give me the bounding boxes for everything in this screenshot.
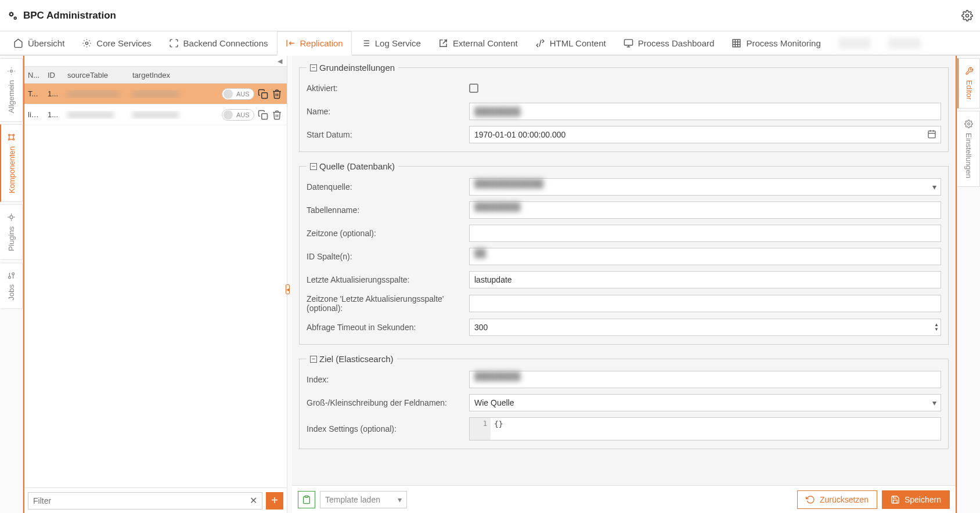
input-name[interactable]: ████████	[469, 103, 941, 120]
collapse-icon[interactable]: −	[310, 356, 317, 363]
toggle-active[interactable]: AUS	[222, 109, 254, 121]
input-letzte-aktualisierung[interactable]	[469, 271, 941, 288]
chevron-down-icon[interactable]: ▾	[932, 182, 936, 192]
input-zeitzone-letzte[interactable]	[469, 295, 941, 312]
label-idspalten: ID Spalte(n):	[307, 252, 469, 261]
button-label: Speichern	[905, 495, 941, 504]
vertical-tabs-right: Editor Einstellungen	[957, 56, 980, 513]
splitter[interactable]	[287, 56, 292, 513]
vtab-plugins[interactable]: Plugins	[0, 204, 23, 260]
toggle-active[interactable]: AUS	[222, 88, 254, 100]
tab-replication[interactable]: Replication	[277, 31, 352, 56]
input-start-datum[interactable]	[469, 126, 941, 143]
legend-text: Ziel (Elasticsearch)	[319, 354, 394, 364]
tab-process-monitoring[interactable]: Process Monitoring	[723, 31, 829, 55]
copy-icon[interactable]	[258, 89, 268, 99]
vtab-label: Allgemein	[7, 80, 16, 113]
input-tabellenname[interactable]: ████████	[469, 201, 941, 219]
tab-external-content[interactable]: External Content	[430, 31, 527, 55]
copy-icon[interactable]	[258, 110, 268, 120]
tab-process-dashboard[interactable]: Process Dashboard	[615, 31, 723, 55]
header: BPC Administration	[0, 0, 980, 31]
legend[interactable]: −Ziel (Elasticsearch)	[307, 354, 397, 364]
svg-rect-25	[262, 92, 268, 98]
vtab-label: Editor	[965, 80, 974, 100]
toggle-label: AUS	[236, 91, 250, 97]
checkbox-aktiviert[interactable]	[469, 84, 478, 93]
label-aktiviert: Aktiviert:	[307, 84, 469, 93]
vtab-jobs[interactable]: Jobs	[0, 262, 23, 309]
tab-blurred-1[interactable]	[830, 31, 880, 55]
clipboard-button[interactable]	[298, 491, 315, 508]
tab-label: Process Monitoring	[746, 38, 820, 48]
select-datenquelle[interactable]: ████████████	[469, 178, 941, 196]
list-footer: ✕ +	[24, 487, 287, 513]
cell-name: T...	[24, 89, 44, 98]
delete-icon[interactable]	[272, 89, 282, 99]
fieldset-grundeinstellungen: −Grundeinstellungen Aktiviert: Name: ███…	[299, 63, 949, 152]
input-timeout[interactable]	[469, 319, 941, 336]
template-select[interactable]: Template laden ▾	[320, 491, 407, 508]
calendar-icon[interactable]	[927, 129, 936, 140]
clear-filter-icon[interactable]: ✕	[247, 495, 259, 506]
vtab-editor[interactable]: Editor	[957, 58, 980, 109]
vtab-label: Jobs	[7, 284, 16, 300]
collapse-icon[interactable]: −	[310, 163, 317, 170]
tab-label: Replication	[300, 38, 343, 48]
legend[interactable]: −Quelle (Datenbank)	[307, 161, 398, 171]
svg-point-2	[966, 14, 969, 17]
table-header: N... ID sourceTable targetIndex	[24, 66, 287, 84]
label-start-datum: Start Datum:	[307, 130, 469, 139]
table-row[interactable]: lic... 1... AUS	[24, 104, 287, 125]
button-label: Zurücksetzen	[820, 495, 869, 504]
input-index[interactable]: ████████	[469, 371, 941, 388]
spinner-buttons[interactable]: ▲▼	[934, 323, 939, 332]
vtab-einstellungen[interactable]: Einstellungen	[957, 111, 980, 187]
collapse-icon[interactable]: −	[310, 64, 317, 71]
save-button[interactable]: Speichern	[882, 490, 950, 509]
label-index: Index:	[307, 375, 469, 384]
col-name[interactable]: N...	[24, 71, 44, 80]
collapse-left-icon[interactable]: ◀	[24, 56, 287, 66]
delete-icon[interactable]	[272, 110, 282, 120]
svg-rect-31	[305, 496, 308, 497]
label-index-settings: Index Settings (optional):	[307, 424, 469, 433]
cell-name: lic...	[24, 110, 44, 119]
col-target[interactable]: targetIndex	[129, 71, 192, 80]
select-case[interactable]	[469, 394, 941, 411]
tab-label: Übersicht	[28, 38, 64, 48]
fieldset-quelle: −Quelle (Datenbank) Datenquelle: ███████…	[299, 161, 949, 345]
template-label: Template laden	[325, 495, 380, 504]
app-title: BPC Administration	[23, 10, 116, 21]
filter-input[interactable]	[28, 492, 262, 510]
legend[interactable]: −Grundeinstellungen	[307, 63, 398, 73]
label-zeitzone-letzte: Zeitzone 'Letzte Aktualisierungsspalte' …	[307, 294, 469, 313]
tab-blurred-2[interactable]	[880, 31, 929, 55]
chevron-down-icon[interactable]: ▾	[932, 398, 936, 407]
tab-log-service[interactable]: Log Service	[352, 31, 430, 55]
vertical-tabs-left: Allgemein Komponenten Plugins Jobs	[0, 56, 23, 513]
label-case: Groß-/Kleinschreibung der Feldnamen:	[307, 398, 469, 407]
table-row[interactable]: T... 1... AUS	[24, 84, 287, 104]
vtab-allgemein[interactable]: Allgemein	[0, 58, 23, 122]
code-editor-index-settings[interactable]: 1 {}	[469, 417, 941, 440]
form-panel: −Grundeinstellungen Aktiviert: Name: ███…	[292, 56, 957, 513]
code-content[interactable]: {}	[491, 418, 941, 440]
cell-id: 1...	[44, 89, 64, 98]
add-button[interactable]: +	[266, 492, 283, 510]
tab-core-services[interactable]: Core Services	[73, 31, 160, 55]
input-idspalten[interactable]: ██	[469, 248, 941, 265]
input-zeitzone[interactable]	[469, 225, 941, 242]
reset-button[interactable]: Zurücksetzen	[797, 490, 877, 509]
tab-label: Backend Connections	[183, 38, 268, 48]
tab-html-content[interactable]: HTML Content	[527, 31, 615, 55]
tab-backend-connections[interactable]: Backend Connections	[160, 31, 277, 55]
svg-point-21	[13, 139, 15, 140]
settings-icon[interactable]	[961, 10, 973, 21]
col-source[interactable]: sourceTable	[64, 71, 129, 80]
label-name: Name:	[307, 107, 469, 116]
tab-uebersicht[interactable]: Übersicht	[5, 31, 73, 55]
col-id[interactable]: ID	[44, 71, 64, 80]
vtab-komponenten[interactable]: Komponenten	[0, 124, 23, 202]
vtab-label: Einstellungen	[964, 133, 973, 178]
